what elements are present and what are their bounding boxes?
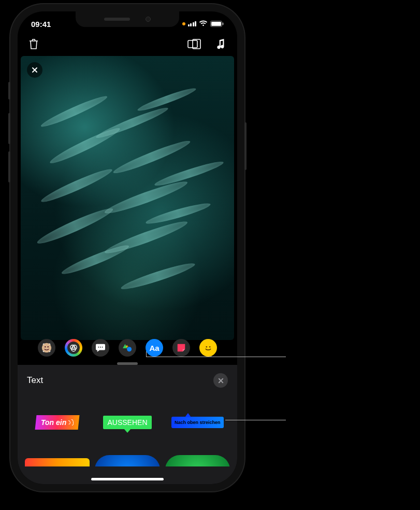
filters-button[interactable] (65, 339, 82, 357)
svg-point-16 (206, 346, 208, 348)
phone-frame: 09:41 (10, 4, 244, 491)
close-button[interactable] (27, 62, 42, 78)
recording-indicator-icon (182, 22, 185, 25)
volume-up-button (8, 113, 10, 144)
emoji-button[interactable] (199, 339, 217, 357)
speech-bubble-button[interactable] (92, 339, 109, 357)
notch (76, 11, 179, 27)
cellular-icon (188, 21, 197, 26)
shapes-button[interactable] (119, 339, 136, 357)
sticker-button[interactable] (172, 339, 190, 357)
svg-rect-2 (223, 22, 224, 25)
memoji-button[interactable] (38, 339, 55, 357)
home-indicator[interactable] (91, 478, 164, 480)
callout-line (225, 420, 286, 420)
effects-dock: Aa (18, 336, 237, 360)
status-time: 09:41 (31, 20, 51, 29)
svg-point-15 (203, 343, 213, 353)
text-label-row: Ton ein AUSSEHEN Nach oben streichen (24, 404, 231, 441)
text-label-caption: Nach oben streichen (175, 420, 221, 425)
sheet-title: Text (27, 375, 43, 386)
mute-switch (8, 82, 10, 100)
svg-point-7 (48, 346, 49, 347)
text-label-option[interactable] (165, 455, 230, 466)
svg-point-17 (209, 346, 211, 348)
svg-point-13 (102, 347, 103, 348)
clip-viewer[interactable] (21, 56, 234, 340)
side-button (244, 122, 247, 170)
text-button[interactable]: Aa (146, 339, 163, 357)
text-labels-sheet: Text Ton ein AUSSEHEN (18, 365, 237, 484)
trash-icon[interactable] (26, 36, 41, 52)
text-label-row-peek (24, 452, 231, 466)
sound-icon (68, 419, 74, 426)
svg-point-11 (98, 347, 99, 348)
svg-point-14 (127, 347, 132, 351)
text-label-caption: AUSSEHEN (107, 418, 147, 427)
text-label-option[interactable]: AUSSEHEN (95, 404, 160, 441)
svg-rect-1 (211, 22, 221, 26)
top-toolbar (18, 34, 237, 54)
svg-point-6 (45, 346, 46, 347)
volume-down-button (8, 151, 10, 182)
svg-point-12 (100, 347, 101, 348)
music-icon[interactable] (213, 36, 229, 52)
text-label-option[interactable]: Nach oben streichen (165, 404, 230, 441)
wifi-icon (199, 20, 208, 29)
text-label-option[interactable]: Ton ein (25, 404, 90, 441)
aspect-icon[interactable] (186, 36, 202, 52)
screen: 09:41 (18, 11, 237, 484)
sheet-close-button[interactable] (213, 373, 228, 388)
text-label-option[interactable] (25, 458, 90, 466)
text-label-option[interactable] (95, 455, 160, 466)
sheet-grabber[interactable] (117, 362, 138, 365)
text-label-caption: Ton ein (41, 418, 66, 427)
battery-icon (210, 20, 224, 29)
text-button-label: Aa (149, 344, 159, 352)
